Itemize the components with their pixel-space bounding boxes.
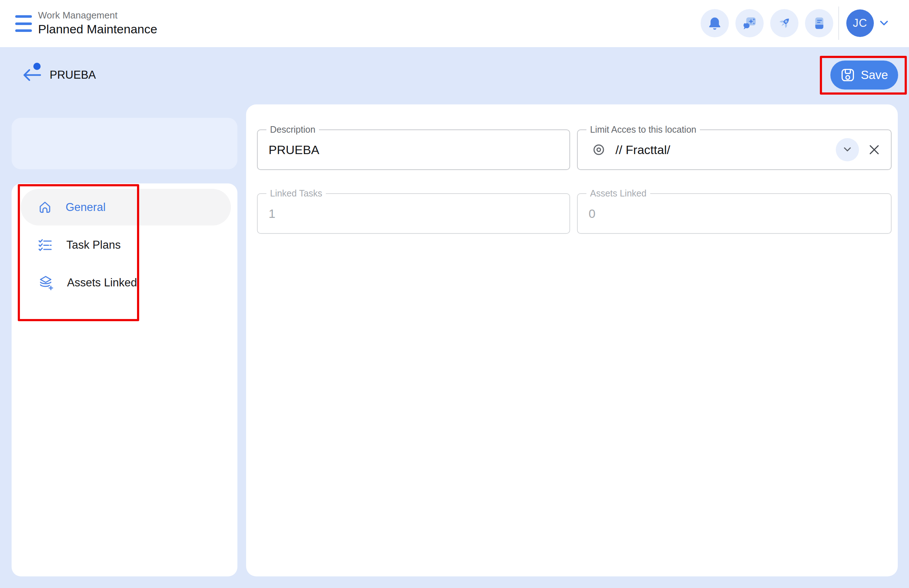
location-value[interactable]: // Fracttal/ — [615, 143, 836, 157]
arrow-left-icon — [21, 67, 42, 83]
save-button[interactable]: Save — [830, 61, 898, 90]
documentation-book-icon — [812, 16, 827, 31]
description-field: Description — [257, 129, 570, 170]
chevron-down-icon — [843, 147, 852, 153]
page-title: Planned Maintenance — [38, 21, 157, 37]
general-form-panel: Description Limit Acces to this location… — [246, 104, 898, 577]
ai-chat-button[interactable] — [735, 9, 764, 37]
module-title: Work Management — [38, 10, 157, 21]
app-root: Work Management Planned Maintenance — [0, 0, 909, 588]
bell-icon — [707, 16, 722, 31]
header-divider — [838, 6, 839, 40]
close-icon — [869, 144, 880, 155]
assets-linked-label: Assets Linked — [586, 188, 650, 199]
linked-tasks-label: Linked Tasks — [266, 188, 326, 199]
information-card: Information You have pending changes to … — [11, 118, 237, 169]
location-dropdown-button[interactable] — [836, 138, 859, 162]
location-target-icon — [591, 142, 606, 157]
sidebar-item-label: General — [66, 201, 105, 214]
whats-new-button[interactable] — [770, 9, 798, 37]
linked-tasks-field: Linked Tasks — [257, 193, 570, 234]
hamburger-menu-icon[interactable] — [14, 15, 34, 32]
assets-linked-field: Assets Linked — [577, 193, 891, 234]
save-floppy-icon — [841, 68, 855, 82]
unsaved-changes-dot — [33, 63, 40, 70]
chevron-down-icon — [878, 19, 890, 27]
sidebar-item-label: Assets Linked — [67, 276, 137, 289]
account-menu-chevron[interactable] — [878, 19, 890, 28]
rocket-icon — [777, 15, 792, 31]
description-input[interactable] — [258, 130, 569, 169]
app-header: Work Management Planned Maintenance — [0, 0, 909, 47]
back-button[interactable] — [19, 65, 44, 86]
location-label: Limit Acces to this location — [586, 124, 700, 135]
sidebar-item-label: Task Plans — [66, 239, 121, 252]
avatar-initials: JC — [853, 17, 867, 30]
sidebar-item-assets-linked[interactable]: Assets Linked — [21, 264, 231, 301]
header-titles: Work Management Planned Maintenance — [38, 10, 157, 37]
documentation-button[interactable] — [805, 9, 833, 37]
record-title: PRUEBA — [50, 68, 96, 82]
home-icon — [38, 200, 52, 215]
sidebar-item-task-plans[interactable]: Task Plans — [21, 226, 231, 263]
location-clear-button[interactable] — [865, 141, 883, 158]
sidebar-item-general[interactable]: General — [21, 189, 231, 226]
task-list-icon — [38, 237, 53, 253]
ai-chat-icon — [741, 15, 757, 31]
notifications-button[interactable] — [701, 9, 729, 37]
location-field: Limit Acces to this location // Fracttal… — [577, 129, 891, 170]
linked-tasks-input — [258, 194, 569, 233]
user-avatar[interactable]: JC — [846, 10, 874, 37]
save-button-label: Save — [861, 68, 888, 82]
description-label: Description — [266, 124, 319, 135]
sidebar: General Task Plans — [11, 183, 237, 577]
layers-plus-icon — [38, 275, 54, 291]
assets-linked-input — [578, 194, 891, 233]
